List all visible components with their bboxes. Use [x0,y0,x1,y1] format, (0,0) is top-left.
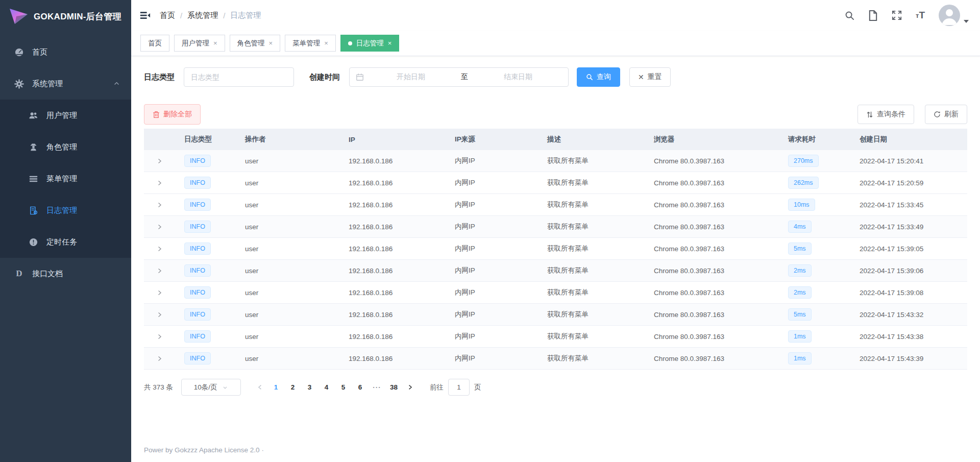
sidebar-item-cron[interactable]: 定时任务 [0,226,131,258]
table-toolbar: 删除全部 查询条件 刷新 [144,104,967,125]
operator-cell: user [236,179,340,187]
ip-source-cell: 内网IP [446,310,538,319]
tab-users[interactable]: 用户管理 × [174,35,225,52]
page-number[interactable]: 5 [335,380,352,394]
date-end-input[interactable]: 结束日期 [474,72,562,82]
docs-icon[interactable] [868,10,878,21]
sidebar-item-api-docs[interactable]: D 接口文档 [0,258,131,289]
browser-cell: Chrome 80.0.3987.163 [645,333,779,341]
reset-button[interactable]: ✕ 重置 [629,67,671,87]
sidebar-item-label: 用户管理 [46,111,77,120]
table-row: INFO user 192.168.0.186 内网IP 获取所有菜单 Chro… [144,260,967,282]
prev-page-button[interactable] [252,384,267,391]
delete-all-button[interactable]: 删除全部 [144,104,201,125]
footer-text: Power by Gokzzz Apache License 2.0 · [144,446,264,454]
goto-page-input[interactable] [448,379,470,396]
row-expand-button[interactable] [144,224,176,230]
top-bar: 首页 / 系统管理 / 日志管理 тT [131,0,980,31]
sidebar-item-menus[interactable]: 菜单管理 [0,163,131,194]
table-header-row: 日志类型 操作者 IP IP来源 描述 浏览器 请求耗时 创建日期 [144,129,967,150]
app-title: GOKADMIN-后台管理 [34,11,121,22]
breadcrumb-system[interactable]: 系统管理 [187,11,218,20]
created-at-cell: 2022-04-17 15:39:05 [851,245,967,253]
duration-badge: 270ms [788,155,819,167]
date-range-separator: 至 [458,72,471,82]
duration-badge: 5ms [788,308,812,321]
sidebar-item-users[interactable]: 用户管理 [0,100,131,131]
tab-logs[interactable]: 日志管理 × [340,35,400,52]
close-icon[interactable]: × [324,40,328,46]
ip-cell: 192.168.0.186 [340,267,446,275]
date-start-input[interactable]: 开始日期 [367,72,455,82]
row-expand-button[interactable] [144,311,176,318]
next-page-button[interactable] [402,384,418,391]
query-fields-button[interactable]: 查询条件 [857,105,914,124]
page-number[interactable]: 2 [284,380,301,394]
row-expand-button[interactable] [144,158,176,164]
ip-cell: 192.168.0.186 [340,245,446,253]
sidebar-item-logs[interactable]: 日志管理 [0,194,131,226]
browser-cell: Chrome 80.0.3987.163 [645,355,779,362]
search-icon[interactable] [845,11,854,20]
user-menu[interactable] [939,5,969,26]
filter-bar: 日志类型 创建时间 开始日期 至 结束日期 查询 [144,67,967,87]
duration-badge: 5ms [788,242,812,255]
close-icon[interactable]: × [213,40,217,46]
ip-cell: 192.168.0.186 [340,223,446,231]
page-number[interactable]: 4 [318,380,335,394]
row-expand-button[interactable] [144,333,176,340]
row-expand-button[interactable] [144,289,176,296]
created-at-cell: 2022-04-17 15:20:41 [851,157,967,165]
sidebar-collapse-icon[interactable] [139,10,151,21]
sidebar-item-system[interactable]: 系统管理 [0,68,131,100]
log-type-badge: INFO [184,242,211,255]
description-cell: 获取所有菜单 [538,266,645,275]
duration-badge: 4ms [788,221,812,233]
table-row: INFO user 192.168.0.186 内网IP 获取所有菜单 Chro… [144,172,967,194]
breadcrumb-separator: / [180,11,182,20]
description-cell: 获取所有菜单 [538,332,645,341]
duration-badge: 1ms [788,352,812,364]
reset-button-label: 重置 [648,72,662,82]
tab-menus[interactable]: 菜单管理 × [285,35,336,52]
page-number[interactable]: 3 [301,380,318,394]
page-number[interactable]: 38 [385,380,402,394]
page-number[interactable]: 6 [352,380,369,394]
chevron-down-icon [222,384,228,391]
row-expand-button[interactable] [144,246,176,252]
row-expand-button[interactable] [144,202,176,208]
search-button[interactable]: 查询 [577,67,620,87]
page-number[interactable]: ··· [369,380,385,394]
description-cell: 获取所有菜单 [538,178,645,187]
tab-roles[interactable]: 角色管理 × [230,35,281,52]
description-cell: 获取所有菜单 [538,310,645,319]
ip-source-cell: 内网IP [446,200,538,209]
page-size-select[interactable]: 10条/页 [181,379,241,396]
ip-cell: 192.168.0.186 [340,179,446,187]
close-icon[interactable]: × [388,40,392,46]
page-number[interactable]: 1 [267,380,284,394]
page-size-value: 10条/页 [194,383,217,392]
breadcrumb-home[interactable]: 首页 [160,11,175,20]
tab-home[interactable]: 首页 [140,35,169,52]
pager: 123456···38 [252,380,418,394]
sidebar-item-label: 定时任务 [46,237,77,247]
main-area: 首页 / 系统管理 / 日志管理 тT [131,0,980,462]
log-type-input[interactable] [184,67,294,87]
font-size-icon[interactable]: тT [916,10,925,21]
avatar[interactable] [939,5,960,26]
date-range-picker[interactable]: 开始日期 至 结束日期 [349,67,569,87]
browser-cell: Chrome 80.0.3987.163 [645,267,779,275]
row-expand-button[interactable] [144,180,176,186]
refresh-button[interactable]: 刷新 [925,105,967,124]
sidebar-item-roles[interactable]: 角色管理 [0,131,131,163]
row-expand-button[interactable] [144,355,176,362]
fullscreen-icon[interactable] [892,10,902,20]
page-suffix-label: 页 [474,383,481,392]
close-icon[interactable]: × [269,40,273,46]
row-expand-button[interactable] [144,268,176,274]
description-cell: 获取所有菜单 [538,288,645,297]
sidebar-item-home[interactable]: 首页 [0,36,131,68]
refresh-label: 刷新 [944,110,959,119]
tags-bar: 首页 用户管理 × 角色管理 × 菜单管理 × 日志管理 × [131,31,980,56]
